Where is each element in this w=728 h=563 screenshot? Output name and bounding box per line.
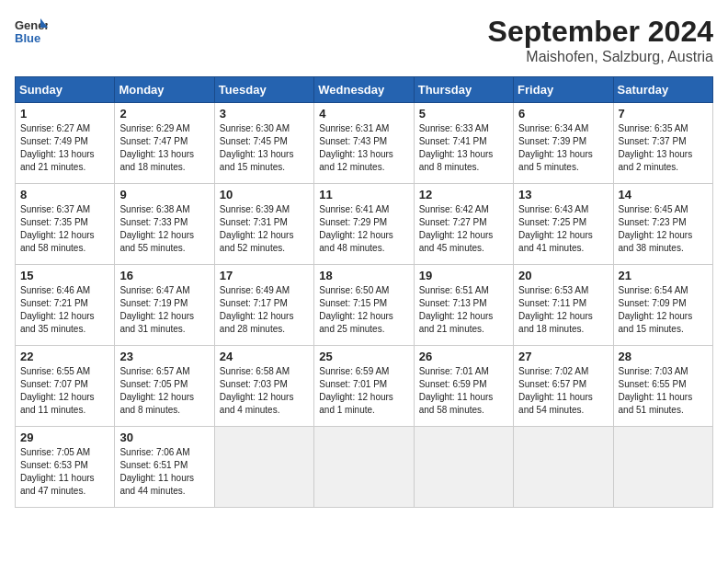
day-number: 5: [419, 107, 508, 121]
cell-content: Sunrise: 6:55 AM Sunset: 7:07 PM Dayligh…: [20, 365, 109, 417]
page-header: General Blue September 2024 Maishofen, S…: [15, 15, 713, 65]
cell-content: Sunrise: 6:34 AM Sunset: 7:39 PM Dayligh…: [518, 122, 608, 174]
cell-content: Sunrise: 6:54 AM Sunset: 7:09 PM Dayligh…: [619, 284, 708, 336]
cell-content: Sunrise: 6:53 AM Sunset: 7:11 PM Dayligh…: [518, 284, 608, 336]
cell-content: Sunrise: 6:37 AM Sunset: 7:35 PM Dayligh…: [20, 203, 109, 255]
day-number: 28: [619, 350, 708, 363]
calendar-cell: 19Sunrise: 6:51 AM Sunset: 7:13 PM Dayli…: [414, 265, 513, 346]
calendar-cell: 10Sunrise: 6:39 AM Sunset: 7:31 PM Dayli…: [214, 184, 313, 265]
calendar-cell: 1Sunrise: 6:27 AM Sunset: 7:49 PM Daylig…: [16, 103, 115, 184]
cell-content: Sunrise: 6:47 AM Sunset: 7:19 PM Dayligh…: [119, 284, 209, 336]
calendar-cell: 20Sunrise: 6:53 AM Sunset: 7:11 PM Dayli…: [514, 265, 613, 346]
cell-content: Sunrise: 6:45 AM Sunset: 7:23 PM Dayligh…: [619, 203, 708, 255]
day-number: 20: [518, 269, 608, 282]
day-of-week-header: Wednesday: [314, 77, 414, 103]
cell-content: Sunrise: 6:46 AM Sunset: 7:21 PM Dayligh…: [20, 284, 109, 336]
cell-content: Sunrise: 7:01 AM Sunset: 6:59 PM Dayligh…: [419, 365, 508, 417]
day-of-week-header: Tuesday: [214, 77, 313, 103]
day-number: 7: [619, 107, 708, 121]
calendar-cell: 18Sunrise: 6:50 AM Sunset: 7:15 PM Dayli…: [314, 265, 414, 346]
calendar-cell: 7Sunrise: 6:35 AM Sunset: 7:37 PM Daylig…: [613, 103, 712, 184]
calendar-header-row: SundayMondayTuesdayWednesdayThursdayFrid…: [16, 77, 713, 103]
cell-content: Sunrise: 6:27 AM Sunset: 7:49 PM Dayligh…: [20, 122, 109, 174]
day-number: 18: [319, 269, 408, 282]
calendar-cell: 27Sunrise: 7:02 AM Sunset: 6:57 PM Dayli…: [514, 346, 613, 427]
day-number: 2: [119, 107, 209, 121]
cell-content: Sunrise: 6:38 AM Sunset: 7:33 PM Dayligh…: [119, 203, 209, 255]
day-number: 23: [119, 350, 209, 363]
day-number: 11: [319, 188, 408, 201]
cell-content: Sunrise: 7:02 AM Sunset: 6:57 PM Dayligh…: [518, 365, 608, 417]
day-number: 22: [20, 350, 109, 363]
day-number: 24: [220, 350, 309, 363]
calendar-cell: 9Sunrise: 6:38 AM Sunset: 7:33 PM Daylig…: [115, 184, 214, 265]
cell-content: Sunrise: 6:50 AM Sunset: 7:15 PM Dayligh…: [319, 284, 408, 336]
month-title: September 2024: [488, 15, 713, 49]
calendar-cell: 21Sunrise: 6:54 AM Sunset: 7:09 PM Dayli…: [613, 265, 712, 346]
calendar-cell: 14Sunrise: 6:45 AM Sunset: 7:23 PM Dayli…: [613, 184, 712, 265]
calendar-cell: 28Sunrise: 7:03 AM Sunset: 6:55 PM Dayli…: [613, 346, 712, 427]
calendar-cell: 22Sunrise: 6:55 AM Sunset: 7:07 PM Dayli…: [16, 346, 115, 427]
calendar-cell: 17Sunrise: 6:49 AM Sunset: 7:17 PM Dayli…: [214, 265, 313, 346]
day-number: 26: [419, 350, 508, 363]
calendar-cell: 25Sunrise: 6:59 AM Sunset: 7:01 PM Dayli…: [314, 346, 414, 427]
cell-content: Sunrise: 6:59 AM Sunset: 7:01 PM Dayligh…: [319, 365, 408, 417]
day-number: 4: [319, 107, 408, 121]
day-of-week-header: Monday: [115, 77, 214, 103]
calendar-cell: [314, 427, 414, 508]
day-number: 9: [119, 188, 209, 201]
calendar-cell: 26Sunrise: 7:01 AM Sunset: 6:59 PM Dayli…: [414, 346, 513, 427]
cell-content: Sunrise: 6:43 AM Sunset: 7:25 PM Dayligh…: [518, 203, 608, 255]
logo: General Blue: [15, 15, 48, 48]
day-number: 10: [220, 188, 309, 201]
title-area: September 2024 Maishofen, Salzburg, Aust…: [488, 15, 713, 65]
logo-icon: General Blue: [15, 15, 48, 48]
cell-content: Sunrise: 6:29 AM Sunset: 7:47 PM Dayligh…: [119, 122, 209, 174]
calendar-cell: 3Sunrise: 6:30 AM Sunset: 7:45 PM Daylig…: [214, 103, 313, 184]
calendar-cell: [414, 427, 513, 508]
day-of-week-header: Friday: [514, 77, 613, 103]
calendar-cell: 11Sunrise: 6:41 AM Sunset: 7:29 PM Dayli…: [314, 184, 414, 265]
calendar-cell: 13Sunrise: 6:43 AM Sunset: 7:25 PM Dayli…: [514, 184, 613, 265]
calendar-cell: 2Sunrise: 6:29 AM Sunset: 7:47 PM Daylig…: [115, 103, 214, 184]
calendar-cell: 23Sunrise: 6:57 AM Sunset: 7:05 PM Dayli…: [115, 346, 214, 427]
cell-content: Sunrise: 7:06 AM Sunset: 6:51 PM Dayligh…: [119, 446, 209, 498]
cell-content: Sunrise: 6:41 AM Sunset: 7:29 PM Dayligh…: [319, 203, 408, 255]
day-number: 15: [20, 269, 109, 282]
calendar-cell: 30Sunrise: 7:06 AM Sunset: 6:51 PM Dayli…: [115, 427, 214, 508]
cell-content: Sunrise: 6:31 AM Sunset: 7:43 PM Dayligh…: [319, 122, 408, 174]
calendar-cell: [613, 427, 712, 508]
location-subtitle: Maishofen, Salzburg, Austria: [488, 49, 713, 65]
cell-content: Sunrise: 6:49 AM Sunset: 7:17 PM Dayligh…: [220, 284, 309, 336]
day-of-week-header: Sunday: [16, 77, 115, 103]
calendar-week-row: 29Sunrise: 7:05 AM Sunset: 6:53 PM Dayli…: [16, 427, 713, 508]
cell-content: Sunrise: 7:03 AM Sunset: 6:55 PM Dayligh…: [619, 365, 708, 417]
calendar-cell: 8Sunrise: 6:37 AM Sunset: 7:35 PM Daylig…: [16, 184, 115, 265]
day-number: 1: [20, 107, 109, 121]
day-of-week-header: Thursday: [414, 77, 513, 103]
calendar-cell: 16Sunrise: 6:47 AM Sunset: 7:19 PM Dayli…: [115, 265, 214, 346]
calendar-cell: 5Sunrise: 6:33 AM Sunset: 7:41 PM Daylig…: [414, 103, 513, 184]
day-number: 16: [119, 269, 209, 282]
day-number: 21: [619, 269, 708, 282]
calendar-cell: 6Sunrise: 6:34 AM Sunset: 7:39 PM Daylig…: [514, 103, 613, 184]
cell-content: Sunrise: 6:39 AM Sunset: 7:31 PM Dayligh…: [220, 203, 309, 255]
day-number: 30: [119, 431, 209, 444]
cell-content: Sunrise: 6:42 AM Sunset: 7:27 PM Dayligh…: [419, 203, 508, 255]
day-number: 17: [220, 269, 309, 282]
calendar-week-row: 1Sunrise: 6:27 AM Sunset: 7:49 PM Daylig…: [16, 103, 713, 184]
calendar-cell: 29Sunrise: 7:05 AM Sunset: 6:53 PM Dayli…: [16, 427, 115, 508]
cell-content: Sunrise: 7:05 AM Sunset: 6:53 PM Dayligh…: [20, 446, 109, 498]
day-number: 3: [220, 107, 309, 121]
cell-content: Sunrise: 6:58 AM Sunset: 7:03 PM Dayligh…: [220, 365, 309, 417]
cell-content: Sunrise: 6:57 AM Sunset: 7:05 PM Dayligh…: [119, 365, 209, 417]
calendar-cell: 4Sunrise: 6:31 AM Sunset: 7:43 PM Daylig…: [314, 103, 414, 184]
calendar-week-row: 15Sunrise: 6:46 AM Sunset: 7:21 PM Dayli…: [16, 265, 713, 346]
calendar-cell: [514, 427, 613, 508]
cell-content: Sunrise: 6:51 AM Sunset: 7:13 PM Dayligh…: [419, 284, 508, 336]
calendar-cell: 24Sunrise: 6:58 AM Sunset: 7:03 PM Dayli…: [214, 346, 313, 427]
day-number: 19: [419, 269, 508, 282]
day-number: 13: [518, 188, 608, 201]
calendar-week-row: 22Sunrise: 6:55 AM Sunset: 7:07 PM Dayli…: [16, 346, 713, 427]
calendar-cell: 15Sunrise: 6:46 AM Sunset: 7:21 PM Dayli…: [16, 265, 115, 346]
